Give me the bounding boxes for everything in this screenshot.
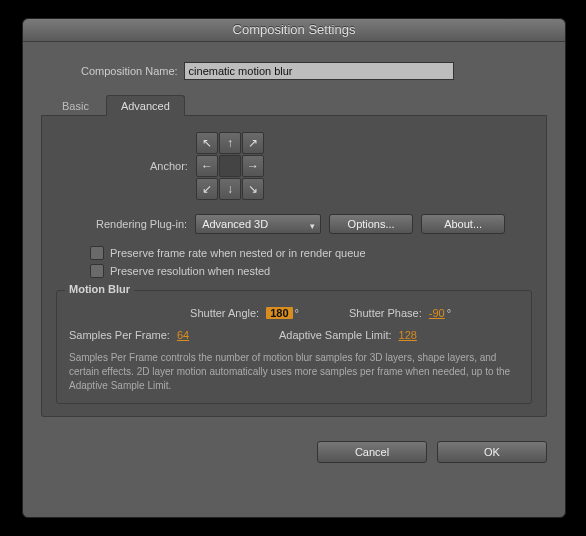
arrow-up-right-icon: ↗ [248,137,258,149]
anchor-row: Anchor: ↖ ↑ ↗ ← → ↙ ↓ ↘ [56,132,532,200]
motion-blur-legend: Motion Blur [65,283,134,295]
shutter-phase-value[interactable]: -90 [429,307,445,319]
anchor-bottom[interactable]: ↓ [219,178,241,200]
tab-basic[interactable]: Basic [47,95,104,116]
composition-settings-window: Composition Settings Composition Name: B… [22,18,566,518]
preserve-frame-rate-row: Preserve frame rate when nested or in re… [56,246,532,260]
anchor-left[interactable]: ← [196,155,218,177]
adaptive-sample-limit-label: Adaptive Sample Limit: [279,329,392,341]
arrow-left-icon: ← [201,160,213,172]
anchor-top-left[interactable]: ↖ [196,132,218,154]
composition-name-input[interactable] [184,62,454,80]
advanced-panel: Anchor: ↖ ↑ ↗ ← → ↙ ↓ ↘ Rendering Plug-i… [41,116,547,417]
degree-symbol-2: ° [447,307,451,319]
tab-advanced[interactable]: Advanced [106,95,185,116]
samples-per-frame-label: Samples Per Frame: [69,329,170,341]
motion-blur-group: Motion Blur Shutter Angle: 180° Shutter … [56,290,532,404]
arrow-up-left-icon: ↖ [202,137,212,149]
anchor-right[interactable]: → [242,155,264,177]
rendering-plugin-label: Rendering Plug-in: [96,218,187,230]
samples-row: Samples Per Frame: 64 Adaptive Sample Li… [69,329,519,341]
shutter-phase-label: Shutter Phase: [349,307,422,319]
tab-bar: Basic Advanced [41,94,547,116]
adaptive-sample-limit-value[interactable]: 128 [399,329,417,341]
window-content: Composition Name: Basic Advanced Anchor:… [23,42,565,429]
samples-per-frame-value[interactable]: 64 [177,329,189,341]
composition-name-row: Composition Name: [41,62,547,80]
about-button[interactable]: About... [421,214,505,234]
arrow-right-icon: → [247,160,259,172]
cancel-button[interactable]: Cancel [317,441,427,463]
preserve-resolution-row: Preserve resolution when nested [56,264,532,278]
anchor-bottom-right[interactable]: ↘ [242,178,264,200]
preserve-frame-rate-label: Preserve frame rate when nested or in re… [110,247,366,259]
anchor-top-right[interactable]: ↗ [242,132,264,154]
preserve-resolution-label: Preserve resolution when nested [110,265,270,277]
arrow-down-left-icon: ↙ [202,183,212,195]
options-button[interactable]: Options... [329,214,413,234]
composition-name-label: Composition Name: [81,65,178,77]
rendering-plugin-select[interactable]: Advanced 3D [195,214,321,234]
anchor-center[interactable] [219,155,241,177]
anchor-bottom-left[interactable]: ↙ [196,178,218,200]
arrow-down-icon: ↓ [227,183,233,195]
preserve-resolution-checkbox[interactable] [90,264,104,278]
rendering-plugin-row: Rendering Plug-in: Advanced 3D Options..… [56,214,532,234]
anchor-label: Anchor: [150,160,188,172]
shutter-angle-value[interactable]: 180 [266,307,292,319]
shutter-row: Shutter Angle: 180° Shutter Phase: -90° [69,307,519,319]
shutter-angle-label: Shutter Angle: [190,307,259,319]
ok-button[interactable]: OK [437,441,547,463]
anchor-top[interactable]: ↑ [219,132,241,154]
arrow-up-icon: ↑ [227,137,233,149]
dialog-footer: Cancel OK [23,429,565,475]
anchor-grid: ↖ ↑ ↗ ← → ↙ ↓ ↘ [196,132,264,200]
motion-blur-help-text: Samples Per Frame controls the number of… [69,351,519,393]
window-title: Composition Settings [23,19,565,42]
preserve-frame-rate-checkbox[interactable] [90,246,104,260]
arrow-down-right-icon: ↘ [248,183,258,195]
